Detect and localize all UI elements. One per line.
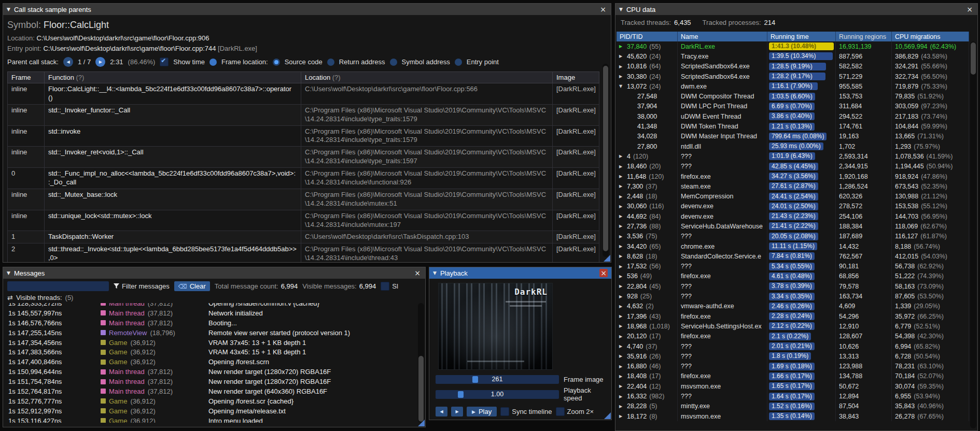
radio-return-address[interactable] — [327, 59, 334, 66]
expand-arrow-icon[interactable]: ▶ — [619, 394, 624, 399]
cpu-thread-row[interactable]: ▶18,408(17)firefox.exe1.66 s (0.17%)134,… — [617, 371, 969, 381]
message-row[interactable]: 1s 147,400,846nsGame(36,912)Opening /for… — [4, 357, 417, 367]
visible-threads-row[interactable]: ⇄ Visible threads: (5) — [3, 293, 425, 303]
resize-grip[interactable] — [418, 420, 425, 426]
radio-return-address-label[interactable]: Return address — [339, 58, 385, 66]
expand-arrow-icon[interactable]: ▶ — [619, 234, 624, 239]
expand-arrow-icon[interactable]: ▶ — [619, 364, 624, 369]
next-stack-button[interactable]: ▶ — [95, 57, 105, 67]
callstack-frame-row[interactable]: inlinestd::_Invoker_ret<void,1>::_CallC:… — [8, 147, 599, 168]
collapse-arrow-icon[interactable]: ▼ — [619, 84, 624, 89]
expand-arrow-icon[interactable]: ▶ — [619, 274, 624, 279]
cpu-thread-row[interactable]: ▶45,620(24)Tracy.exe1:39.5 (10.34%)887,5… — [617, 51, 969, 61]
expand-arrow-icon[interactable]: ▶ — [619, 304, 624, 309]
cpu-thread-row[interactable]: ▶35,916(26)???1.8 s (0.19%)13,3136,728(5… — [617, 351, 969, 361]
column-header-cpu-migrations[interactable]: CPU migrations — [892, 32, 969, 41]
expand-arrow-icon[interactable]: ▶ — [619, 74, 624, 79]
collapse-icon[interactable]: ▼ — [7, 7, 10, 12]
message-row[interactable]: 1s 147,255,145nsRemoteView(18,796)Remote… — [4, 328, 417, 338]
callstack-frame-row[interactable]: inlinestd::_Mutex_base::lockC:\Program F… — [8, 189, 599, 210]
expand-arrow-icon[interactable]: ▶ — [619, 324, 624, 328]
cpu-thread-row[interactable]: 27,800ntdll.dll25.93 ms (0.00%)1,7021,29… — [617, 141, 969, 151]
callstack-frame-row[interactable]: 1TaskDispatch::WorkerC:\Users\wolf\Deskt… — [8, 231, 599, 243]
expand-arrow-icon[interactable]: ▶ — [619, 64, 624, 69]
cpu-thread-row[interactable]: 34,028DWM Master Input Thread799.64 ms (… — [617, 132, 969, 141]
message-row[interactable]: 1s 147,354,456nsGame(36,912)VRAM 37x45: … — [4, 338, 417, 348]
message-row[interactable]: 1s 152,764,817nsMain thread(37,812)New r… — [4, 386, 417, 396]
sync-timeline-item[interactable]: Sync timeline — [500, 407, 552, 416]
cpu-thread-row[interactable]: ▶4,740(37)???2.01 s (0.21%)10,6266,994(6… — [617, 341, 969, 351]
sync-timeline-checkbox[interactable] — [500, 407, 509, 416]
cpu-thread-row[interactable]: ▶16,880(46)???1.69 s (0.18%)123,98878,23… — [617, 362, 969, 371]
expand-arrow-icon[interactable]: ▶ — [619, 154, 624, 159]
expand-arrow-icon[interactable]: ▶ — [619, 224, 624, 228]
column-header-image[interactable]: Image — [553, 72, 599, 83]
cpu-thread-row[interactable]: ▶27,736(88)ServiceHub.DataWarehouse21.41… — [617, 221, 969, 231]
column-header-name[interactable]: Name — [678, 32, 767, 41]
resize-grip[interactable] — [604, 412, 611, 419]
prev-stack-button[interactable]: ◀ — [63, 57, 73, 67]
cpu-thread-row[interactable]: ▶30,380(24)ScriptedSandbox64.exe1:28.2 (… — [617, 71, 969, 81]
callstack-frame-row[interactable]: inlineFloor::CalcLight::__l4::<lambda_5b… — [8, 83, 599, 105]
message-row[interactable]: 1s 145,557,997nsMain thread(37,812)Netwo… — [4, 308, 417, 318]
cpu-thread-row[interactable]: ▶34,420(65)chrome.exe11.11 s (1.15%)14,4… — [617, 241, 969, 251]
radio-entry-point-label[interactable]: Entry point — [467, 58, 499, 66]
cpu-thread-row[interactable]: ▶22,404(12)msvsmon.exe1.65 s (0.17%)50,6… — [617, 381, 969, 391]
collapse-icon[interactable]: ▼ — [433, 270, 437, 276]
cpu-thread-row[interactable]: ▶22,804(45)???3.78 s (0.39%)79,57858,163… — [617, 281, 969, 291]
cpu-thread-row[interactable]: 41,348DWM Token Thread1.21 s (0.13%)174,… — [617, 121, 969, 131]
radio-symbol-address[interactable] — [390, 59, 397, 66]
cpu-thread-row[interactable]: ▶3,536(75)???20.05 s (2.08%)187,689116,1… — [617, 232, 969, 241]
close-icon[interactable]: × — [965, 5, 974, 13]
expand-arrow-icon[interactable]: ▶ — [619, 314, 624, 319]
cpu-thread-row[interactable]: ▶2,448(18)MemCompression24.41 s (2.54%)6… — [617, 191, 969, 201]
column-header-running-time[interactable]: Running time — [767, 32, 836, 41]
expand-arrow-icon[interactable]: ▶ — [619, 244, 624, 249]
column-header-frame[interactable]: Frame — [8, 72, 45, 83]
zoom-item[interactable]: Zoom 2× — [556, 407, 594, 416]
messages-titlebar[interactable]: ▼ Messages × — [3, 267, 425, 279]
filter-input[interactable] — [7, 281, 109, 291]
message-row[interactable]: 1s 146,576,766nsMain thread(37,812)Booti… — [4, 318, 417, 328]
callstack-frame-row[interactable]: inlinestd::unique_lock<std::mutex>::lock… — [8, 210, 599, 231]
expand-arrow-icon[interactable]: ▶ — [619, 44, 624, 49]
callstack-frame-row[interactable]: 0std::_Func_impl_no_alloc<<lambda_5bc224… — [8, 168, 599, 189]
scrollbar-thumb[interactable] — [603, 66, 608, 251]
resize-grip[interactable] — [604, 255, 610, 262]
collapse-icon[interactable]: ▼ — [7, 270, 10, 276]
column-header-pid-tid[interactable]: PID/TID — [617, 32, 678, 41]
clipped-checkbox-item[interactable]: Sl — [381, 282, 398, 291]
expand-arrow-icon[interactable]: ▶ — [619, 204, 624, 209]
column-header-function[interactable]: Function (?) — [45, 72, 301, 83]
close-icon[interactable]: × — [599, 269, 608, 277]
cpu-thread-row[interactable]: ▶8,628(18)StandardCollector.Service.e7.8… — [617, 251, 969, 261]
cpu-thread-row[interactable]: ▶17,532(56)???5.34 s (0.55%)90,18156,738… — [617, 262, 969, 271]
scrollbar-thumb[interactable] — [418, 356, 424, 422]
expand-arrow-icon[interactable]: ▶ — [619, 344, 624, 349]
callstack-frame-row[interactable]: inlinestd::_Invoker_functor::_CallC:\Pro… — [8, 104, 599, 125]
message-row[interactable]: 1s 152,776,777nsGame(36,912)Opening /for… — [4, 396, 417, 406]
cpu-thread-row[interactable]: ▶928(25)???3.34 s (0.35%)163,73487,605(5… — [617, 291, 969, 301]
step-back-button[interactable]: ◀ — [436, 407, 447, 416]
expand-arrow-icon[interactable]: ▶ — [619, 294, 624, 299]
expand-arrow-icon[interactable]: ▶ — [619, 404, 624, 409]
expand-arrow-icon[interactable]: ▶ — [619, 354, 624, 358]
callstack-frame-row[interactable]: 2std::thread::_Invoke<std::tuple<<lambda… — [8, 243, 599, 263]
radio-source-code-label[interactable]: Source code — [285, 58, 323, 66]
cpu-thread-row[interactable]: ▶7,300(37)steam.exe27.61 s (2.87%)1,286,… — [617, 181, 969, 191]
cpu-thread-row[interactable]: 37,904DWM LPC Port Thread6.69 s (0.70%)3… — [617, 102, 969, 111]
cpu-thread-row[interactable]: ▶37,840(55)DarkRL.exe1:41.3 (10.48%)16,9… — [617, 41, 969, 51]
collapse-icon[interactable]: ▼ — [619, 7, 623, 12]
expand-arrow-icon[interactable]: ▶ — [619, 384, 624, 389]
zoom-checkbox[interactable] — [556, 407, 565, 416]
frame-image-slider[interactable]: 261 — [436, 375, 559, 384]
callstack-titlebar[interactable]: ▼ Call stack sample parents × — [3, 4, 611, 15]
close-icon[interactable]: × — [599, 5, 607, 13]
message-row[interactable]: 1s 128,353,272nsMain thread(37,812)Openi… — [4, 303, 417, 308]
cpu-thread-row[interactable]: ▶4,632(2)vmware-authd.exe2.46 s (0.26%)4… — [617, 301, 969, 311]
cpu-thread-row[interactable]: ▶4(120)???1:01.9 (6.43%)2,593,3141,078,5… — [617, 151, 969, 161]
callstack-scrollbar[interactable] — [603, 64, 609, 257]
expand-arrow-icon[interactable]: ▶ — [619, 284, 624, 289]
cpu-thread-row[interactable]: 27,548DWM Compositor Thread1:03.5 (6.60%… — [617, 91, 969, 101]
cpu-thread-row[interactable]: 38,000uDWM Event Thread3.86 s (0.40%)294… — [617, 111, 969, 121]
